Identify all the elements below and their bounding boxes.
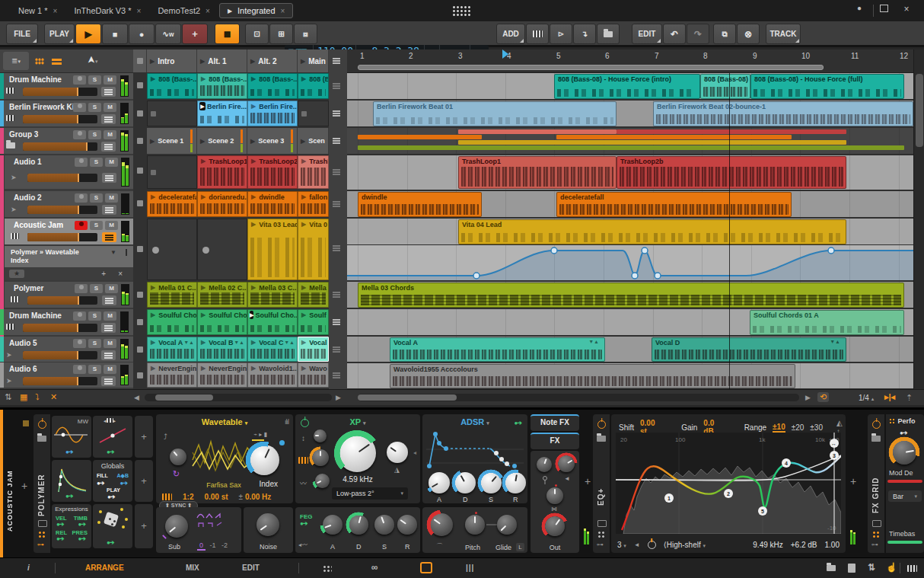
fxgrid-device-strip[interactable]: FX GRID ⊶ <box>868 414 884 553</box>
arranger-lanes-icon[interactable] <box>52 58 62 65</box>
spread-knob[interactable] <box>546 487 563 504</box>
tab-close-icon[interactable]: × <box>281 7 285 15</box>
window-close-icon[interactable]: × <box>900 4 913 14</box>
filter-mode-dropdown[interactable]: Low-pass 2°▾ <box>332 487 408 500</box>
project-tab[interactable]: DemoTest2× <box>150 4 217 18</box>
launcher-clip[interactable]: ▶Mella 03 C... <box>247 282 298 308</box>
out-knob[interactable] <box>545 516 565 536</box>
filter-power-icon[interactable] <box>301 419 309 427</box>
track-menu-button[interactable] <box>101 87 116 97</box>
touch-icon[interactable]: ☝ <box>886 562 897 573</box>
amp-sustain-knob[interactable] <box>480 472 502 493</box>
device-grid-icon[interactable] <box>597 531 606 538</box>
launcher-clip[interactable]: ▶Soulf <box>298 309 329 335</box>
arm-button[interactable] <box>75 193 88 203</box>
add-modulator-button[interactable]: + <box>135 504 153 548</box>
automation-write-button[interactable]: ∿w <box>155 24 181 44</box>
track-view-mode-button[interactable]: ≣▾ <box>3 52 29 70</box>
band-power-icon[interactable] <box>648 541 656 549</box>
solo-button[interactable]: S <box>90 221 103 230</box>
clip-color-icon[interactable]: ▦ <box>20 392 27 402</box>
snap-to-grid-icon[interactable]: ▸|◂ <box>884 392 895 402</box>
track-options-icon[interactable] <box>331 244 344 253</box>
mute-button[interactable]: M <box>104 339 116 348</box>
modulator-lfo[interactable]: MW ●➔ <box>52 416 91 458</box>
dual-display-icon[interactable] <box>323 565 332 573</box>
solo-button[interactable]: S <box>90 284 103 293</box>
mod-route-icon[interactable]: ●➔ <box>56 535 64 542</box>
osc-detune-value[interactable]: 0.00 Hz <box>245 493 271 501</box>
mute-button[interactable]: M <box>105 221 118 230</box>
device-io-icon[interactable]: ⊶ <box>37 541 44 548</box>
filter-env-knob[interactable] <box>315 474 330 488</box>
tab-close-icon[interactable]: × <box>206 7 210 15</box>
track-menu-button[interactable] <box>102 232 116 242</box>
mod-route-icon[interactable]: ●➔ <box>300 520 307 527</box>
automation-curve[interactable] <box>347 245 913 280</box>
launcher-clip[interactable]: ▶Soulful Cho... <box>147 309 197 335</box>
add-device-button[interactable]: + <box>21 480 27 492</box>
launcher-clip-playing[interactable]: ▶Soulful Cho... <box>247 309 298 335</box>
ab-label[interactable]: A◆B <box>117 473 129 479</box>
band-gain-value[interactable]: +6.2 dB <box>791 541 817 549</box>
track-name[interactable]: Acoustic Jam <box>14 221 63 229</box>
launcher-hscrollbar[interactable] <box>145 394 332 401</box>
scroll-right-icon[interactable]: ▶ <box>805 394 811 401</box>
window-restore-icon[interactable] <box>877 4 891 14</box>
launcher-clip[interactable]: ▶NeverEngin... <box>197 362 247 388</box>
launcher-clip[interactable]: ▶NeverEngin... <box>147 362 197 388</box>
arm-button[interactable] <box>73 339 86 348</box>
arrange-tab[interactable]: ARRANGE <box>85 564 124 572</box>
stop-clip-button[interactable] <box>137 292 143 298</box>
amp-release-knob[interactable] <box>505 472 526 493</box>
solo-button[interactable]: S <box>88 75 101 85</box>
track-name[interactable]: Drum Machine <box>9 311 62 320</box>
launcher-slot-empty[interactable] <box>147 155 197 189</box>
launcher-slot-empty[interactable] <box>147 101 197 126</box>
clip-overdub-button[interactable]: ⊞ <box>269 24 293 44</box>
scene-cell[interactable]: ▶Scene 1 <box>147 128 197 154</box>
mute-button[interactable]: M <box>104 365 116 374</box>
device-window-icon[interactable] <box>872 520 881 527</box>
device-preset-icon[interactable] <box>37 436 46 442</box>
mute-button[interactable]: M <box>105 284 118 293</box>
polymer-device-strip[interactable]: POLYMER ⊶ <box>33 414 50 553</box>
mod-route-icon[interactable]: ●➔ <box>65 449 73 455</box>
env-display[interactable] <box>426 430 524 469</box>
add-group-track-icon[interactable] <box>597 24 620 44</box>
stop-clip-button[interactable] <box>137 246 143 252</box>
launcher-clip[interactable]: ▶Mella 02 C... <box>197 282 247 308</box>
bar-dropdown[interactable]: Bar▾ <box>888 490 922 502</box>
arranger-clip[interactable]: Wavoloid1955 Acccolours <box>390 364 795 388</box>
mod-route-icon[interactable]: ●➔ <box>107 539 114 546</box>
track-options-icon[interactable] <box>331 136 344 145</box>
scroll-right-icon[interactable]: ▶ <box>336 394 341 401</box>
adaptive-grid-icon[interactable]: ⇡ <box>906 393 913 403</box>
device-grid-icon[interactable] <box>38 531 46 538</box>
resize-tracks-icon[interactable]: ⇅ <box>5 392 11 402</box>
groove-button[interactable]: ▩ <box>215 24 240 44</box>
redo-icon[interactable]: ↷ <box>687 24 709 44</box>
project-tab-active[interactable]: ▶Integrated× <box>219 3 294 18</box>
track-menu-button[interactable] <box>101 350 116 360</box>
scrollbar-handle[interactable] <box>155 394 213 401</box>
glide-knob[interactable] <box>497 515 517 535</box>
track-row[interactable]: Audio 2 S M ➤ <box>5 191 133 217</box>
feg-decay-knob[interactable] <box>349 515 368 535</box>
play-label[interactable]: PLAY <box>107 487 120 493</box>
noise-level-knob[interactable] <box>256 513 279 536</box>
mod-route-icon[interactable]: ●➔ <box>514 420 521 426</box>
solo-button[interactable]: S <box>88 130 101 139</box>
scrollbar-handle[interactable] <box>916 74 923 147</box>
launcher-clip[interactable]: ▶Soulful Cho... <box>197 309 247 335</box>
keytrack-icon[interactable] <box>162 493 172 500</box>
launcher-clip[interactable]: ▶dorianredu... <box>197 191 247 217</box>
arm-button[interactable] <box>73 365 86 374</box>
scene-cell[interactable]: ▶Scene 3 <box>247 128 298 154</box>
band-listen-icon[interactable]: ◄ <box>634 541 640 548</box>
pin-icon[interactable] <box>126 249 127 256</box>
volume-fader[interactable] <box>23 115 97 123</box>
scrollbar-handle[interactable] <box>358 394 457 401</box>
arranger-timeline[interactable]: 808 (Bass-08) - House Force (intro) 808 … <box>347 73 913 389</box>
filter-keytrack-knob[interactable] <box>312 449 329 466</box>
